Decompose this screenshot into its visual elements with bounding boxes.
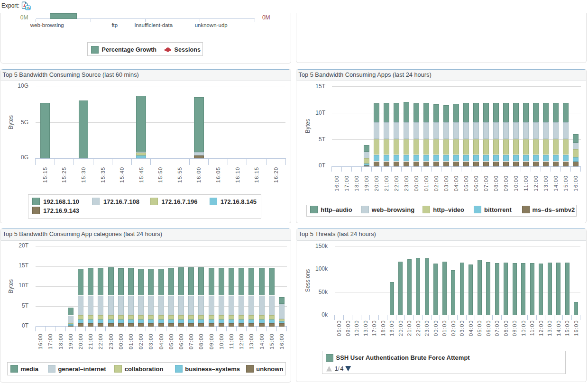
svg-text:03:00: 03:00: [459, 320, 465, 336]
svg-text:10G: 10G: [18, 82, 28, 89]
svg-text:/: /: [338, 365, 340, 372]
svg-text:19:00: 19:00: [364, 175, 369, 192]
svg-text:05:00: 05:00: [477, 320, 482, 336]
svg-text:50k: 50k: [319, 289, 328, 295]
svg-text:12:00: 12:00: [538, 320, 544, 336]
svg-text:10:00: 10:00: [521, 320, 526, 336]
svg-text:11:00: 11:00: [229, 333, 234, 349]
svg-text:15:45: 15:45: [138, 167, 144, 183]
svg-text:06:00: 06:00: [473, 175, 479, 192]
svg-text:04:00: 04:00: [468, 320, 474, 336]
svg-text:10:00: 10:00: [354, 320, 359, 336]
svg-text:12:00: 12:00: [239, 333, 244, 349]
svg-text:Top 5 Bandwidth Consuming App: Top 5 Bandwidth Consuming App categories…: [3, 230, 162, 237]
svg-text:4: 4: [340, 365, 343, 372]
svg-text:14:00: 14:00: [556, 320, 561, 336]
svg-text:10T: 10T: [315, 109, 325, 116]
svg-text:13:00: 13:00: [248, 333, 254, 349]
svg-text:20:00: 20:00: [78, 333, 83, 349]
svg-text:16:00: 16:00: [573, 320, 579, 336]
svg-text:unknown: unknown: [256, 365, 283, 373]
svg-text:http–audio: http–audio: [321, 206, 352, 213]
svg-text:0M: 0M: [262, 14, 270, 21]
svg-text:15:00: 15:00: [564, 320, 570, 336]
svg-text:16:00: 16:00: [573, 175, 579, 192]
svg-text:02:00: 02:00: [138, 333, 144, 349]
svg-text:15:15: 15:15: [42, 167, 48, 183]
svg-text:13:00: 13:00: [547, 320, 552, 336]
svg-text:16:00: 16:00: [279, 333, 285, 349]
svg-text:http–video: http–video: [433, 206, 464, 213]
svg-text:13:00: 13:00: [543, 175, 549, 192]
svg-text:18:00: 18:00: [58, 333, 64, 349]
svg-text:Bytes: Bytes: [304, 119, 311, 133]
svg-text:Percentage Growth: Percentage Growth: [102, 46, 156, 53]
svg-text:bittorrent: bittorrent: [484, 206, 512, 213]
svg-text:03:00: 03:00: [148, 333, 154, 349]
svg-text:17:00: 17:00: [47, 333, 53, 349]
svg-text:02:00: 02:00: [433, 175, 439, 192]
svg-text:21:00: 21:00: [384, 175, 389, 192]
svg-text:Sessions: Sessions: [304, 269, 311, 292]
svg-text:0T: 0T: [22, 322, 29, 329]
svg-text:06:00: 06:00: [486, 320, 491, 336]
svg-text:07:00: 07:00: [494, 320, 500, 336]
svg-text:11:00: 11:00: [523, 175, 529, 191]
svg-text:15:25: 15:25: [61, 167, 67, 183]
svg-text:insufficient-data: insufficient-data: [135, 22, 173, 28]
svg-text:19:00: 19:00: [389, 320, 395, 336]
svg-text:collaboration: collaboration: [125, 365, 164, 373]
svg-text:0M: 0M: [20, 14, 28, 21]
svg-text:15:35: 15:35: [100, 167, 106, 183]
svg-text:12:00: 12:00: [533, 175, 539, 192]
svg-text:19:00: 19:00: [68, 333, 74, 349]
svg-text:05:00: 05:00: [336, 320, 342, 336]
svg-text:15:30: 15:30: [81, 167, 86, 183]
svg-text:07:00: 07:00: [188, 333, 194, 349]
svg-text:0T: 0T: [319, 162, 326, 169]
svg-text:Top 5 Bandwidth Consuming Sour: Top 5 Bandwidth Consuming Source (last 6…: [3, 71, 139, 78]
svg-text:100k: 100k: [315, 265, 328, 272]
svg-text:20T: 20T: [18, 242, 28, 249]
svg-text:5T: 5T: [319, 136, 326, 143]
svg-text:web–browsing: web–browsing: [371, 206, 414, 213]
svg-text:16:20: 16:20: [273, 167, 279, 183]
svg-text:11:00: 11:00: [529, 320, 535, 336]
svg-text:172.16.9.143: 172.16.9.143: [43, 207, 79, 214]
svg-text:Bytes: Bytes: [8, 279, 14, 293]
svg-text:14:00: 14:00: [553, 175, 559, 192]
svg-text:SSH User Authentication Brute: SSH User Authentication Brute Force Atte…: [336, 354, 470, 361]
svg-text:23:00: 23:00: [424, 320, 430, 336]
svg-text:13:00: 13:00: [363, 320, 368, 336]
svg-text:01:00: 01:00: [423, 175, 429, 192]
svg-text:17:00: 17:00: [344, 175, 349, 192]
svg-text:07:00: 07:00: [483, 175, 489, 192]
svg-text:08:00: 08:00: [493, 175, 499, 192]
svg-text:23:00: 23:00: [404, 175, 409, 192]
svg-text:ftp: ftp: [111, 22, 118, 28]
svg-text:Export:: Export:: [1, 2, 19, 9]
svg-text:Bytes: Bytes: [8, 115, 14, 129]
svg-text:22:00: 22:00: [415, 320, 421, 336]
svg-text:08:00: 08:00: [503, 320, 509, 336]
svg-text:01:00: 01:00: [128, 333, 134, 349]
svg-text:16:00: 16:00: [334, 175, 340, 192]
svg-text:5T: 5T: [22, 302, 29, 309]
svg-text:web-browsing: web-browsing: [30, 22, 64, 28]
svg-text:15:00: 15:00: [563, 175, 569, 192]
svg-text:05:00: 05:00: [463, 175, 469, 192]
svg-text:150k: 150k: [315, 243, 328, 249]
svg-text:17:00: 17:00: [371, 320, 377, 336]
svg-text:15T: 15T: [315, 83, 325, 90]
svg-text:15:50: 15:50: [157, 167, 163, 183]
svg-text:15T: 15T: [18, 262, 28, 269]
svg-text:172.16.7.196: 172.16.7.196: [162, 198, 198, 205]
svg-text:Top 5 Threats (last 24 hours): Top 5 Threats (last 24 hours): [299, 230, 376, 237]
svg-text:172.16.7.108: 172.16.7.108: [103, 198, 139, 205]
svg-text:21:00: 21:00: [406, 320, 412, 336]
svg-text:01:00: 01:00: [441, 320, 447, 336]
svg-text:ms–ds–smbv2: ms–ds–smbv2: [533, 206, 575, 213]
svg-text:20:00: 20:00: [374, 175, 379, 192]
svg-text:02:00: 02:00: [450, 320, 456, 336]
svg-text:09:00: 09:00: [345, 320, 351, 336]
